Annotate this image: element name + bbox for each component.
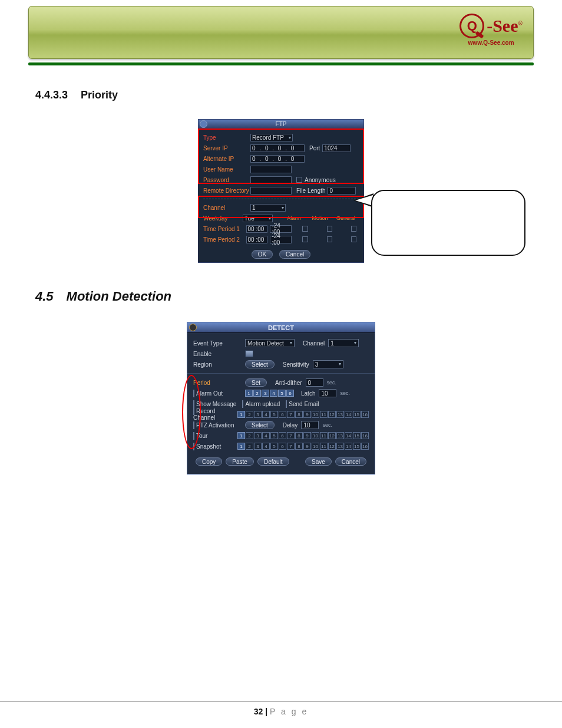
alarm-upload-checkbox[interactable] — [242, 400, 243, 408]
channel-chip[interactable]: 6 — [279, 443, 286, 450]
channel-chip[interactable]: 7 — [287, 443, 295, 450]
show-message-option[interactable]: Show Message — [193, 401, 236, 407]
tp2-alarm-checkbox[interactable] — [302, 236, 308, 242]
channel-chip[interactable]: 5 — [278, 390, 286, 397]
show-message-checkbox[interactable] — [193, 400, 194, 408]
channel-chip[interactable]: 14 — [345, 432, 352, 439]
file-length-input[interactable]: 0 — [328, 187, 356, 195]
remote-dir-input[interactable] — [250, 187, 292, 195]
sensitivity-select[interactable]: 3 — [313, 360, 343, 368]
ptz-checkbox[interactable] — [193, 421, 194, 429]
ok-button[interactable]: OK — [252, 250, 273, 259]
tp2-to[interactable]: -24 :00 — [270, 236, 292, 243]
channel-chip[interactable]: 10 — [312, 443, 319, 450]
period-set-button[interactable]: Set — [245, 378, 267, 387]
channel-chip[interactable]: 6 — [286, 390, 294, 397]
alarm-upload-option[interactable]: Alarm upload — [242, 401, 280, 407]
channel-chip[interactable]: 8 — [295, 443, 303, 450]
channel-chip[interactable]: 12 — [328, 411, 336, 418]
channel-chip[interactable]: 10 — [312, 411, 319, 418]
latch-input[interactable]: 10 — [319, 389, 336, 397]
default-button[interactable]: Default — [257, 457, 289, 466]
channel-chip[interactable]: 5 — [270, 443, 278, 450]
password-input[interactable] — [250, 176, 292, 184]
tour-channels[interactable]: 12345678910111213141516 — [237, 432, 369, 439]
enable-toggle[interactable] — [245, 350, 253, 357]
snapshot-checkbox[interactable] — [193, 443, 194, 450]
ptz-select-button[interactable]: Select — [245, 421, 275, 429]
channel-chip[interactable]: 5 — [270, 411, 278, 418]
channel-chip[interactable]: 16 — [361, 432, 369, 439]
channel-chip[interactable]: 7 — [287, 432, 295, 439]
channel-chip[interactable]: 11 — [320, 443, 328, 450]
delay-input[interactable]: 10 — [301, 421, 319, 429]
channel-chip[interactable]: 10 — [312, 432, 319, 439]
channel-chip[interactable]: 3 — [262, 390, 269, 397]
tp1-general-checkbox[interactable] — [351, 226, 356, 232]
channel-chip[interactable]: 5 — [270, 432, 278, 439]
snapshot-channels[interactable]: 12345678910111213141516 — [237, 443, 369, 450]
channel-chip[interactable]: 9 — [303, 432, 311, 439]
channel-chip[interactable]: 1 — [237, 443, 245, 450]
channel-chip[interactable]: 13 — [336, 432, 344, 439]
channel-chip[interactable]: 6 — [279, 411, 286, 418]
channel-select[interactable]: 1 — [250, 204, 286, 212]
channel-chip[interactable]: 9 — [303, 411, 311, 418]
channel-chip[interactable]: 4 — [262, 443, 270, 450]
channel-chip[interactable]: 3 — [254, 411, 262, 418]
channel-chip[interactable]: 16 — [361, 411, 369, 418]
tp2-general-checkbox[interactable] — [351, 236, 356, 242]
alarm-out-checkbox[interactable] — [193, 390, 194, 397]
channel-chip[interactable]: 2 — [253, 390, 261, 397]
channel-chip[interactable]: 2 — [246, 411, 253, 418]
user-name-input[interactable] — [250, 166, 292, 173]
send-email-option[interactable]: Send Email — [286, 401, 319, 407]
region-select-button[interactable]: Select — [245, 360, 275, 368]
channel-chip[interactable]: 12 — [328, 432, 336, 439]
channel-chip[interactable]: 12 — [328, 443, 336, 450]
channel-chip[interactable]: 4 — [262, 432, 270, 439]
channel-chip[interactable]: 2 — [246, 443, 253, 450]
paste-button[interactable]: Paste — [226, 457, 254, 466]
type-select[interactable]: Record FTP — [250, 134, 293, 141]
weekday-select[interactable]: Tue — [243, 215, 273, 222]
event-type-select[interactable]: Motion Detect — [245, 339, 295, 347]
channel-chip[interactable]: 7 — [287, 411, 295, 418]
save-button[interactable]: Save — [305, 457, 332, 466]
port-input[interactable]: 1024 — [322, 144, 351, 152]
channel-chip[interactable]: 1 — [237, 432, 245, 439]
cancel-button[interactable]: Cancel — [279, 250, 310, 259]
tp1-to[interactable]: -24 :00 — [270, 225, 292, 233]
server-ip-input[interactable]: 0 . 0 . 0 . 0 — [250, 144, 305, 152]
channel-chip[interactable]: 8 — [295, 411, 303, 418]
tp2-from[interactable]: 00 :00 — [246, 236, 268, 243]
channel-chip[interactable]: 4 — [262, 411, 270, 418]
cancel-button[interactable]: Cancel — [335, 457, 366, 466]
antidither-input[interactable]: 0 — [306, 378, 323, 387]
channel-chip[interactable]: 3 — [254, 443, 262, 450]
channel-chip[interactable]: 15 — [353, 443, 361, 450]
channel-chip[interactable]: 14 — [345, 411, 352, 418]
channel-chip[interactable]: 11 — [320, 411, 328, 418]
channel-chip[interactable]: 3 — [254, 432, 262, 439]
tp1-motion-checkbox[interactable] — [327, 226, 332, 232]
copy-button[interactable]: Copy — [196, 457, 222, 466]
channel-chip[interactable]: 16 — [361, 443, 369, 450]
channel-chip[interactable]: 4 — [270, 390, 277, 397]
channel-chip[interactable]: 6 — [279, 432, 286, 439]
channel-chip[interactable]: 2 — [246, 432, 253, 439]
record-channels[interactable]: 12345678910111213141516 — [237, 411, 369, 418]
tour-checkbox[interactable] — [193, 432, 194, 440]
send-email-checkbox[interactable] — [286, 400, 287, 408]
alarm-out-channels[interactable]: 123456 — [245, 390, 294, 397]
detect-channel-select[interactable]: 1 — [328, 339, 359, 347]
channel-chip[interactable]: 13 — [336, 411, 344, 418]
channel-chip[interactable]: 14 — [345, 443, 352, 450]
anonymous-checkbox[interactable] — [296, 177, 302, 183]
tp1-alarm-checkbox[interactable] — [302, 226, 308, 232]
channel-chip[interactable]: 11 — [320, 432, 328, 439]
tp2-motion-checkbox[interactable] — [327, 236, 332, 242]
channel-chip[interactable]: 8 — [295, 432, 303, 439]
tp1-from[interactable]: 00 :00 — [246, 225, 268, 233]
channel-chip[interactable]: 15 — [353, 432, 361, 439]
